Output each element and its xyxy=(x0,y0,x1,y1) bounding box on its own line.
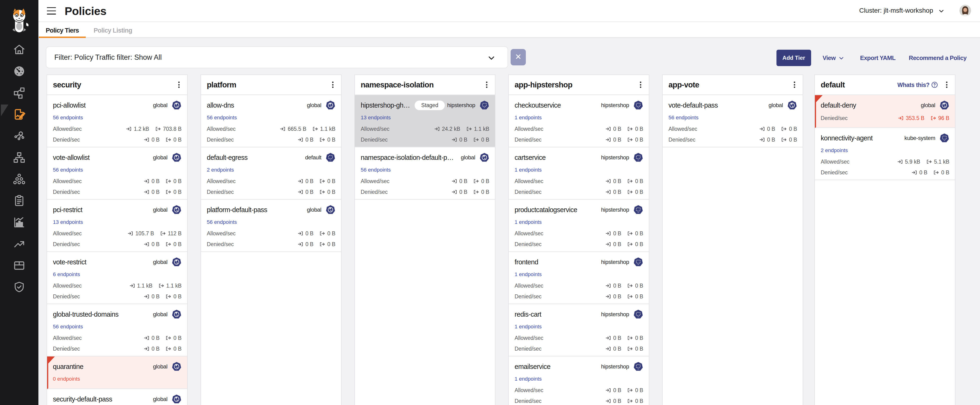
svg-text:ns: ns xyxy=(638,316,639,317)
svg-text:ns: ns xyxy=(330,159,331,161)
svg-text:ns: ns xyxy=(638,368,639,370)
svg-text:ns: ns xyxy=(638,107,639,108)
svg-text:ns: ns xyxy=(484,107,485,108)
svg-text:ns: ns xyxy=(638,159,639,161)
svg-text:ns: ns xyxy=(944,140,945,141)
svg-text:ns: ns xyxy=(638,211,639,213)
svg-text:ns: ns xyxy=(638,264,639,265)
